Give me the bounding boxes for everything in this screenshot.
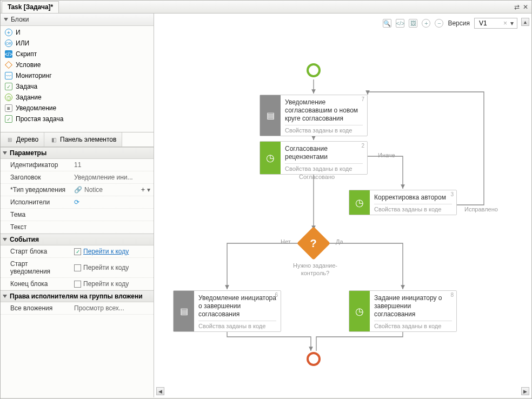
node-num: 8 (450, 292, 454, 298)
diamond-icon (5, 61, 12, 69)
task-icon: ✓ (5, 83, 12, 90)
job-icon: ◷ (5, 94, 12, 101)
block-label: Уведомление (16, 104, 56, 112)
tree-icon: ⊞ (6, 136, 14, 143)
node-job-3[interactable]: ◷ Корректировка авторомСвойства заданы в… (349, 190, 457, 215)
block-label: И (16, 29, 21, 36)
edge-label-fixed: Исправлено (464, 206, 498, 212)
question-icon: ? (310, 237, 317, 250)
chevron-down-icon[interactable]: ▾ (147, 186, 150, 194)
end-node[interactable] (307, 352, 321, 366)
section-title: Параметры (10, 149, 46, 157)
chevron-down-icon (3, 151, 7, 155)
prop-value-subject[interactable] (71, 209, 154, 221)
refresh-icon[interactable]: ⟳ (74, 198, 79, 206)
node-num: 3 (450, 191, 454, 197)
condition-caption-1: Нужно задание- (291, 262, 340, 269)
notif-icon: ▤ (180, 306, 188, 316)
node-notification-7[interactable]: ▤ Уведомление согласовавшим о новом круг… (260, 95, 368, 136)
section-title: Права исполнителям на группы вложени (10, 292, 143, 300)
clock-icon: ◷ (266, 152, 275, 164)
block-label: Простая задача (16, 115, 63, 123)
node-sub: Свойства заданы в коде (198, 321, 276, 329)
goto-code-text: Перейти к коду (83, 264, 129, 271)
chevron-down-icon (3, 238, 7, 241)
block-item-task[interactable]: ✓Задача (1, 81, 154, 92)
prop-label: Идентификатор (1, 159, 71, 171)
prop-label: Текст (1, 221, 71, 233)
node-sub: Свойства заданы в коде (285, 163, 363, 172)
blocks-header[interactable]: Блоки (1, 14, 154, 26)
node-sub: Свойства заданы в коде (374, 321, 452, 329)
tab-tree[interactable]: ⊞Дерево (1, 132, 44, 147)
block-label: ИЛИ (16, 39, 29, 47)
prop-label: Все вложения (1, 302, 71, 314)
checkbox-icon[interactable] (74, 264, 81, 271)
checkbox-icon[interactable] (74, 281, 81, 288)
section-title: События (10, 236, 39, 243)
node-notification-6[interactable]: ▤ Уведомление инициатора о завершении со… (173, 290, 281, 332)
goto-code-link[interactable]: Перейти к коду (83, 248, 129, 255)
checkbox-checked-icon[interactable]: ✓ (74, 248, 81, 255)
or-circle-icon: OR (5, 39, 12, 47)
plus-icon[interactable]: + (141, 186, 145, 194)
prop-label: Старт уведомления (1, 258, 71, 277)
plus-circle-icon: + (5, 29, 12, 36)
chevron-down-icon (4, 18, 8, 21)
notif-icon: ≡ (5, 104, 12, 112)
tab-label: Панель элементов (60, 136, 116, 143)
event-end-block[interactable]: Перейти к коду (71, 278, 154, 290)
goto-code-text: Перейти к коду (83, 280, 129, 288)
params-header[interactable]: Параметры (1, 147, 154, 159)
task-icon: ✓ (5, 115, 12, 123)
node-job-2[interactable]: ◷ Согласование рецензентамиСвойства зада… (260, 141, 368, 175)
edge-label-else: Иначе (378, 152, 395, 158)
tab-palette[interactable]: ◧Панель элементов (44, 132, 122, 147)
tab-label: Дерево (16, 136, 38, 143)
block-item-condition[interactable]: Условие (1, 59, 154, 70)
prop-label: Старт блока (1, 245, 71, 257)
chevron-down-icon (3, 295, 7, 298)
link-icon: 🔗 (74, 186, 82, 194)
close-icon[interactable]: ✕ (523, 3, 528, 11)
prop-value-title[interactable]: Уведомление ини... (71, 171, 154, 183)
rights-value[interactable]: Просмотр всех... (71, 302, 154, 314)
prop-label: Заголовок (1, 171, 71, 183)
node-num: 7 (361, 96, 364, 102)
monitor-icon: 〰 (5, 72, 12, 79)
node-title: Уведомление согласовавшим о новом круге … (285, 98, 363, 123)
block-label: Задание (16, 94, 42, 101)
script-icon: </> (5, 50, 12, 58)
prop-label: *Тип уведомления (1, 184, 71, 196)
condition-caption-2: контроль? (291, 270, 340, 276)
block-item-job[interactable]: ◷Задание (1, 92, 154, 103)
block-item-script[interactable]: </>Скрипт (1, 49, 154, 59)
prop-value-text[interactable] (71, 221, 154, 233)
condition-node[interactable]: ? (297, 227, 330, 260)
block-item-or[interactable]: ORИЛИ (1, 38, 154, 49)
clock-icon: ◷ (355, 305, 364, 317)
block-item-monitoring[interactable]: 〰Мониторинг (1, 70, 154, 81)
block-label: Скрипт (16, 50, 37, 58)
pin-icon[interactable]: ⇄ (514, 3, 520, 11)
prop-value-type[interactable]: 🔗Notice+▾ (71, 184, 154, 196)
event-start-block[interactable]: ✓Перейти к коду (71, 245, 154, 257)
rights-header[interactable]: Права исполнителям на группы вложени (1, 290, 154, 302)
blocks-title: Блоки (11, 16, 29, 23)
event-start-notif[interactable]: Перейти к коду (71, 258, 154, 277)
prop-value-id[interactable]: 11 (71, 159, 154, 171)
value-text: Notice (84, 186, 103, 194)
palette-icon: ◧ (50, 136, 57, 143)
window-tab[interactable]: Task [Задача]* (2, 1, 59, 13)
start-node[interactable] (307, 63, 321, 77)
node-num: 6 (275, 292, 278, 298)
events-header[interactable]: События (1, 234, 154, 245)
block-item-simple-task[interactable]: ✓Простая задача (1, 114, 154, 124)
node-num: 2 (361, 143, 364, 149)
flowchart-canvas[interactable]: ▤ Уведомление согласовавшим о новом круг… (154, 14, 531, 397)
node-job-8[interactable]: ◷ Задание инициатору о завершении соглас… (349, 290, 457, 332)
node-title: Уведомление инициатора о завершении согл… (198, 294, 276, 318)
block-item-and[interactable]: +И (1, 27, 154, 38)
block-item-notification[interactable]: ≡Уведомление (1, 103, 154, 114)
prop-value-performers[interactable]: ⟳ (71, 196, 154, 208)
